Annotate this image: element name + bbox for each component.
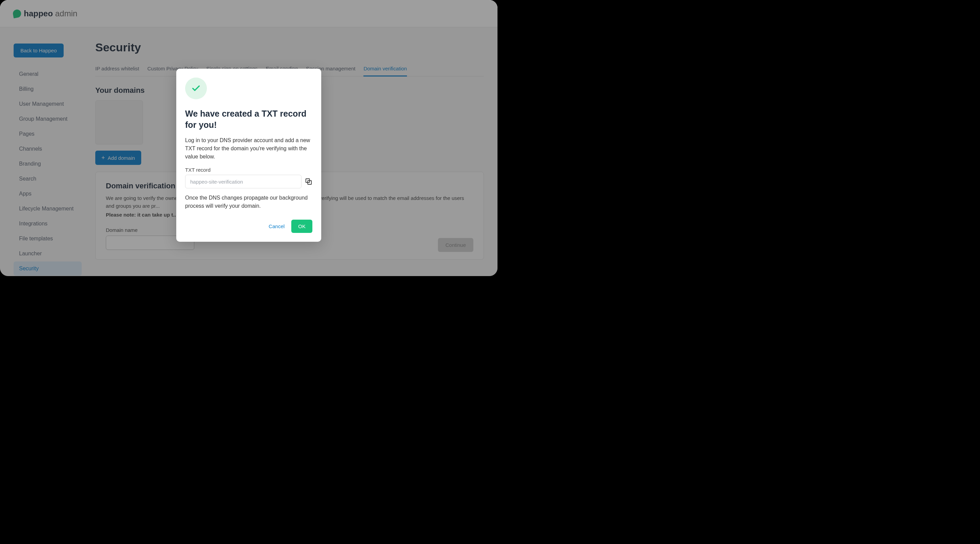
success-check-icon	[185, 78, 207, 99]
modal-intro: Log in to your DNS provider account and …	[185, 136, 312, 161]
txt-record-modal: We have created a TXT record for you! Lo…	[176, 69, 321, 242]
txt-record-field[interactable]: happeo-site-verification	[185, 175, 301, 188]
modal-outro: Once the DNS changes propagate our backg…	[185, 194, 312, 210]
txt-record-value: happeo-site-verification	[190, 179, 243, 185]
ok-button[interactable]: OK	[291, 220, 312, 233]
txt-record-row: happeo-site-verification	[185, 175, 312, 188]
modal-overlay[interactable]: We have created a TXT record for you! Lo…	[0, 0, 498, 276]
copy-icon[interactable]	[305, 178, 312, 185]
modal-actions: Cancel OK	[185, 220, 312, 233]
modal-title: We have created a TXT record for you!	[185, 108, 312, 130]
txt-record-label: TXT record	[185, 167, 312, 173]
app-window: happeo admin Back to Happeo GeneralBilli…	[0, 0, 498, 276]
cancel-button[interactable]: Cancel	[269, 224, 285, 229]
